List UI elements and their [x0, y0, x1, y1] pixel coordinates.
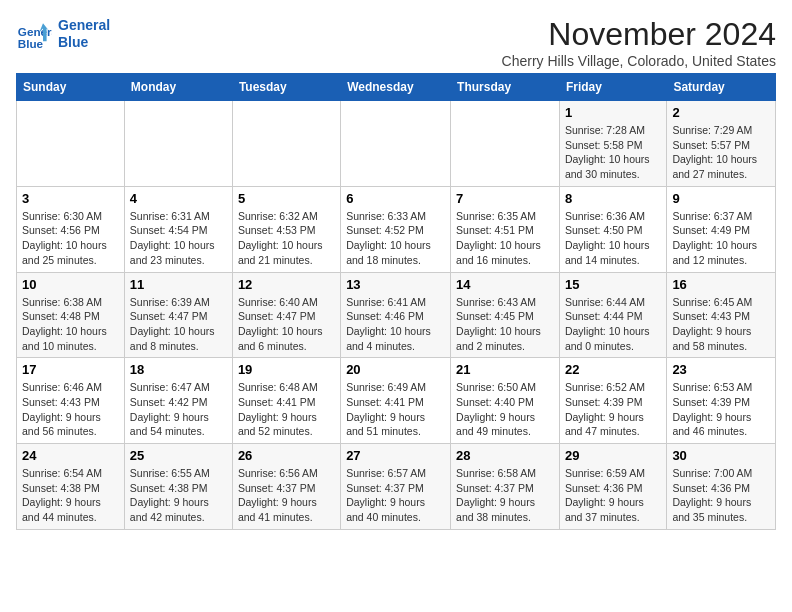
day-info: Sunrise: 6:47 AM Sunset: 4:42 PM Dayligh…	[130, 380, 227, 439]
day-number: 18	[130, 362, 227, 377]
calendar-cell: 22Sunrise: 6:52 AM Sunset: 4:39 PM Dayli…	[559, 358, 666, 444]
header: General Blue General Blue November 2024 …	[16, 16, 776, 69]
calendar-cell: 13Sunrise: 6:41 AM Sunset: 4:46 PM Dayli…	[341, 272, 451, 358]
day-number: 17	[22, 362, 119, 377]
day-info: Sunrise: 6:43 AM Sunset: 4:45 PM Dayligh…	[456, 295, 554, 354]
logo-line2: Blue	[58, 34, 110, 51]
calendar-cell	[232, 101, 340, 187]
weekday-header-sunday: Sunday	[17, 74, 125, 101]
day-info: Sunrise: 6:56 AM Sunset: 4:37 PM Dayligh…	[238, 466, 335, 525]
day-number: 6	[346, 191, 445, 206]
calendar-cell: 2Sunrise: 7:29 AM Sunset: 5:57 PM Daylig…	[667, 101, 776, 187]
day-number: 9	[672, 191, 770, 206]
logo: General Blue General Blue	[16, 16, 110, 52]
weekday-header-friday: Friday	[559, 74, 666, 101]
day-number: 12	[238, 277, 335, 292]
calendar-cell	[341, 101, 451, 187]
calendar-cell: 5Sunrise: 6:32 AM Sunset: 4:53 PM Daylig…	[232, 186, 340, 272]
day-number: 15	[565, 277, 661, 292]
calendar-cell: 3Sunrise: 6:30 AM Sunset: 4:56 PM Daylig…	[17, 186, 125, 272]
calendar-cell: 16Sunrise: 6:45 AM Sunset: 4:43 PM Dayli…	[667, 272, 776, 358]
day-number: 1	[565, 105, 661, 120]
calendar-cell: 20Sunrise: 6:49 AM Sunset: 4:41 PM Dayli…	[341, 358, 451, 444]
weekday-header-wednesday: Wednesday	[341, 74, 451, 101]
day-info: Sunrise: 6:50 AM Sunset: 4:40 PM Dayligh…	[456, 380, 554, 439]
logo-icon: General Blue	[16, 16, 52, 52]
calendar-cell: 29Sunrise: 6:59 AM Sunset: 4:36 PM Dayli…	[559, 444, 666, 530]
calendar-cell: 9Sunrise: 6:37 AM Sunset: 4:49 PM Daylig…	[667, 186, 776, 272]
day-number: 23	[672, 362, 770, 377]
calendar-cell: 28Sunrise: 6:58 AM Sunset: 4:37 PM Dayli…	[451, 444, 560, 530]
day-number: 7	[456, 191, 554, 206]
day-info: Sunrise: 6:41 AM Sunset: 4:46 PM Dayligh…	[346, 295, 445, 354]
calendar-cell	[451, 101, 560, 187]
day-number: 16	[672, 277, 770, 292]
calendar-cell: 23Sunrise: 6:53 AM Sunset: 4:39 PM Dayli…	[667, 358, 776, 444]
day-number: 25	[130, 448, 227, 463]
day-info: Sunrise: 6:32 AM Sunset: 4:53 PM Dayligh…	[238, 209, 335, 268]
logo-text: General Blue	[58, 17, 110, 51]
day-info: Sunrise: 6:48 AM Sunset: 4:41 PM Dayligh…	[238, 380, 335, 439]
day-info: Sunrise: 6:39 AM Sunset: 4:47 PM Dayligh…	[130, 295, 227, 354]
location-subtitle: Cherry Hills Village, Colorado, United S…	[502, 53, 776, 69]
day-number: 27	[346, 448, 445, 463]
day-number: 4	[130, 191, 227, 206]
calendar-week-row: 10Sunrise: 6:38 AM Sunset: 4:48 PM Dayli…	[17, 272, 776, 358]
day-number: 29	[565, 448, 661, 463]
day-info: Sunrise: 6:40 AM Sunset: 4:47 PM Dayligh…	[238, 295, 335, 354]
day-info: Sunrise: 6:55 AM Sunset: 4:38 PM Dayligh…	[130, 466, 227, 525]
calendar-cell: 24Sunrise: 6:54 AM Sunset: 4:38 PM Dayli…	[17, 444, 125, 530]
logo-line1: General	[58, 17, 110, 34]
day-number: 24	[22, 448, 119, 463]
calendar-cell: 27Sunrise: 6:57 AM Sunset: 4:37 PM Dayli…	[341, 444, 451, 530]
day-info: Sunrise: 6:54 AM Sunset: 4:38 PM Dayligh…	[22, 466, 119, 525]
calendar-cell: 4Sunrise: 6:31 AM Sunset: 4:54 PM Daylig…	[124, 186, 232, 272]
day-info: Sunrise: 6:37 AM Sunset: 4:49 PM Dayligh…	[672, 209, 770, 268]
calendar-cell: 25Sunrise: 6:55 AM Sunset: 4:38 PM Dayli…	[124, 444, 232, 530]
day-info: Sunrise: 6:49 AM Sunset: 4:41 PM Dayligh…	[346, 380, 445, 439]
calendar-cell	[17, 101, 125, 187]
day-info: Sunrise: 6:53 AM Sunset: 4:39 PM Dayligh…	[672, 380, 770, 439]
calendar-cell: 30Sunrise: 7:00 AM Sunset: 4:36 PM Dayli…	[667, 444, 776, 530]
calendar-cell: 21Sunrise: 6:50 AM Sunset: 4:40 PM Dayli…	[451, 358, 560, 444]
calendar-cell: 12Sunrise: 6:40 AM Sunset: 4:47 PM Dayli…	[232, 272, 340, 358]
day-number: 5	[238, 191, 335, 206]
day-number: 19	[238, 362, 335, 377]
calendar-cell: 1Sunrise: 7:28 AM Sunset: 5:58 PM Daylig…	[559, 101, 666, 187]
svg-text:Blue: Blue	[18, 37, 44, 50]
day-info: Sunrise: 6:38 AM Sunset: 4:48 PM Dayligh…	[22, 295, 119, 354]
calendar-cell: 17Sunrise: 6:46 AM Sunset: 4:43 PM Dayli…	[17, 358, 125, 444]
title-block: November 2024 Cherry Hills Village, Colo…	[502, 16, 776, 69]
day-info: Sunrise: 7:28 AM Sunset: 5:58 PM Dayligh…	[565, 123, 661, 182]
day-info: Sunrise: 6:30 AM Sunset: 4:56 PM Dayligh…	[22, 209, 119, 268]
day-number: 13	[346, 277, 445, 292]
weekday-header-tuesday: Tuesday	[232, 74, 340, 101]
day-number: 20	[346, 362, 445, 377]
day-info: Sunrise: 7:29 AM Sunset: 5:57 PM Dayligh…	[672, 123, 770, 182]
calendar-cell: 19Sunrise: 6:48 AM Sunset: 4:41 PM Dayli…	[232, 358, 340, 444]
day-info: Sunrise: 6:59 AM Sunset: 4:36 PM Dayligh…	[565, 466, 661, 525]
day-number: 14	[456, 277, 554, 292]
calendar-cell: 11Sunrise: 6:39 AM Sunset: 4:47 PM Dayli…	[124, 272, 232, 358]
calendar-cell: 18Sunrise: 6:47 AM Sunset: 4:42 PM Dayli…	[124, 358, 232, 444]
calendar-week-row: 1Sunrise: 7:28 AM Sunset: 5:58 PM Daylig…	[17, 101, 776, 187]
weekday-header-saturday: Saturday	[667, 74, 776, 101]
day-info: Sunrise: 6:31 AM Sunset: 4:54 PM Dayligh…	[130, 209, 227, 268]
calendar-cell	[124, 101, 232, 187]
calendar-cell: 7Sunrise: 6:35 AM Sunset: 4:51 PM Daylig…	[451, 186, 560, 272]
calendar-cell: 15Sunrise: 6:44 AM Sunset: 4:44 PM Dayli…	[559, 272, 666, 358]
calendar-week-row: 24Sunrise: 6:54 AM Sunset: 4:38 PM Dayli…	[17, 444, 776, 530]
day-info: Sunrise: 6:44 AM Sunset: 4:44 PM Dayligh…	[565, 295, 661, 354]
day-info: Sunrise: 6:57 AM Sunset: 4:37 PM Dayligh…	[346, 466, 445, 525]
day-number: 26	[238, 448, 335, 463]
day-info: Sunrise: 6:45 AM Sunset: 4:43 PM Dayligh…	[672, 295, 770, 354]
day-info: Sunrise: 6:33 AM Sunset: 4:52 PM Dayligh…	[346, 209, 445, 268]
day-number: 21	[456, 362, 554, 377]
day-number: 22	[565, 362, 661, 377]
day-number: 3	[22, 191, 119, 206]
day-number: 8	[565, 191, 661, 206]
weekday-header-row: SundayMondayTuesdayWednesdayThursdayFrid…	[17, 74, 776, 101]
day-number: 28	[456, 448, 554, 463]
weekday-header-monday: Monday	[124, 74, 232, 101]
day-number: 30	[672, 448, 770, 463]
